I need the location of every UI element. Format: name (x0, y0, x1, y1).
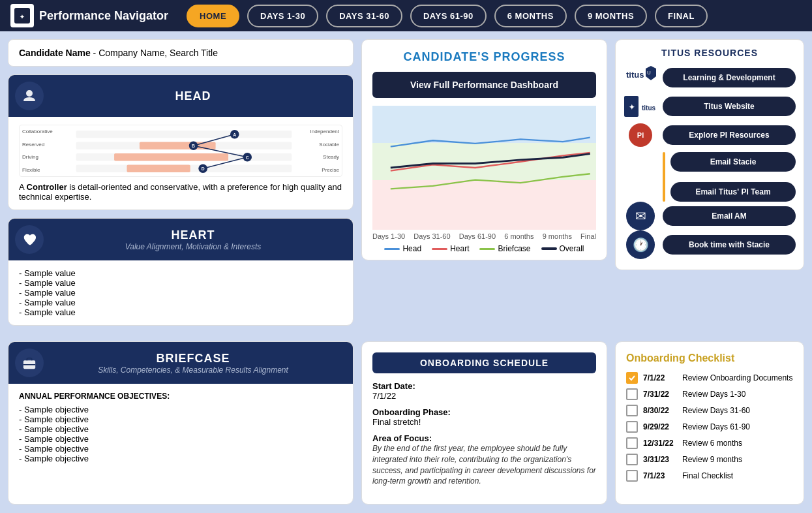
check-label-3: Review Days 61-90 (682, 422, 750, 431)
progress-chart-inner (372, 106, 596, 230)
briefcase-title-wrap: BRIEFCASE Skills, Competencies, & Measur… (44, 352, 342, 375)
email-pi-team-button[interactable]: Email Titus' PI Team (670, 182, 796, 202)
legend-overall: Overall (541, 244, 584, 253)
check-label-2: Review Days 31-60 (682, 406, 750, 415)
x-label-4: 9 months (543, 232, 572, 240)
chart-right-labels: Independent Sociable Steady Precise (310, 125, 340, 176)
checklist-row: 12/31/22Review 6 months (626, 437, 793, 449)
briefcase-body: ANNUAL PERFORMANCE OBJECTIVES: - Sample … (8, 384, 353, 471)
chart-x-labels: Days 1-30 Days 31-60 Days 61-90 6 months… (372, 230, 596, 240)
chart-label-reserved: Reserved (22, 142, 53, 148)
phase-value: Final stretch! (372, 417, 421, 427)
svg-text:C: C (246, 155, 249, 160)
svg-point-2 (26, 90, 33, 97)
legend-heart: Heart (432, 244, 469, 253)
heart-item-2: - Sample value (19, 278, 342, 288)
check-box-6[interactable] (626, 470, 638, 482)
heart-subtitle: Value Alignment, Motivation & Interests (44, 242, 342, 251)
clock-icon-wrap: 🕐 (624, 233, 657, 256)
legend-heart-label: Heart (450, 244, 469, 253)
learning-dev-button[interactable]: Learning & Development (663, 68, 796, 87)
chart-label-independent: Independent (310, 129, 340, 134)
resource-divider-group: Email Stacie Email Titus' PI Team (624, 152, 796, 202)
heart-section-header: HEART Value Alignment, Motivation & Inte… (8, 219, 353, 260)
yellow-bar (663, 152, 665, 202)
nav-days-31-60[interactable]: DAYS 31-60 (326, 5, 402, 27)
x-label-2: Days 61-90 (459, 232, 496, 240)
email-stacie-button[interactable]: Email Stacie (670, 152, 796, 172)
legend-overall-label: Overall (560, 244, 584, 253)
checklist-row: 7/1/23Final Checklist (626, 470, 793, 482)
heart-item-5: - Sample value (19, 307, 342, 317)
briefcase-section-card: BRIEFCASE Skills, Competencies, & Measur… (8, 341, 353, 505)
svg-rect-3 (76, 131, 292, 138)
check-box-2[interactable] (626, 405, 638, 416)
check-box-0[interactable] (626, 372, 638, 384)
heart-section-card: HEART Value Alignment, Motivation & Inte… (8, 218, 353, 326)
left-column: Candidate Name - Company Name, Search Ti… (8, 39, 353, 326)
checklist-row: 9/29/22Review Days 61-90 (626, 421, 793, 433)
briefcase-section-header: BRIEFCASE Skills, Competencies, & Measur… (8, 342, 353, 384)
main-layout: Candidate Name - Company Name, Search Ti… (0, 31, 812, 341)
checklist-rows: 7/1/22Review Onboarding Documents7/31/22… (626, 372, 793, 482)
resources-card: TITUS RESOURCES titus U Learning & Devel… (615, 39, 804, 270)
check-label-5: Review 9 months (682, 455, 742, 464)
progress-card: CANDIDATE'S PROGRESS View Full Performan… (361, 39, 607, 260)
x-label-3: 6 months (504, 232, 534, 240)
legend-head-line (384, 248, 400, 250)
nav-final[interactable]: FINAL (655, 5, 708, 27)
check-box-5[interactable] (626, 454, 638, 465)
checklist-card: Onboarding Checklist 7/1/22Review Onboar… (615, 341, 804, 505)
briefcase-item-1: - Sample objective (19, 405, 342, 414)
checklist-row: 3/31/23Review 9 months (626, 454, 793, 465)
legend-head-label: Head (402, 244, 421, 253)
chart-label-sociable: Sociable (310, 142, 340, 148)
check-box-3[interactable] (626, 421, 638, 433)
book-time-button[interactable]: Book time with Stacie (663, 235, 796, 255)
x-label-0: Days 1-30 (372, 232, 405, 240)
nav-home[interactable]: HOME (187, 5, 239, 27)
dashboard-button[interactable]: View Full Performance Dashboard (372, 72, 596, 98)
onboarding-title: ONBOARDING SCHEDULE (372, 352, 596, 373)
start-date-field: Start Date: 7/1/22 (372, 381, 596, 401)
legend-briefcase: Briefcase (479, 244, 530, 253)
briefcase-subtitle: Skills, Competencies, & Measurable Resul… (44, 365, 342, 375)
head-type-desc: is detail-oriented and conservative, wit… (19, 182, 342, 202)
nav-days-61-90[interactable]: DAYS 61-90 (410, 5, 487, 27)
legend-head: Head (384, 244, 421, 253)
check-label-0: Review Onboarding Documents (682, 373, 792, 382)
check-label-4: Review 6 months (682, 439, 742, 448)
check-label-1: Review Days 1-30 (682, 390, 745, 399)
resource-row-1: ✦ titus Titus Website (624, 95, 796, 118)
progress-title: CANDIDATE'S PROGRESS (372, 50, 596, 64)
right-column: TITUS RESOURCES titus U Learning & Devel… (615, 39, 804, 326)
titus-logo-icon: ✦ (10, 4, 34, 27)
chart-label-collaborative: Collaborative (22, 129, 53, 134)
svg-text:titus: titus (626, 70, 644, 80)
email-am-button[interactable]: Email AM (663, 206, 796, 226)
band-blue (372, 106, 596, 143)
svg-text:titus: titus (642, 104, 656, 112)
check-box-1[interactable] (626, 388, 638, 400)
chart-label-steady: Steady (310, 154, 340, 160)
nav-6-months[interactable]: 6 MONTHS (494, 5, 567, 27)
focus-field: Area of Focus: By the end of the first y… (372, 433, 596, 487)
check-date-1: 7/31/22 (643, 390, 677, 399)
check-box-4[interactable] (626, 437, 638, 449)
progress-chart-area: Days 1-30 Days 31-60 Days 61-90 6 months… (372, 106, 596, 249)
briefcase-item-4: - Sample objective (19, 434, 342, 444)
nav-days-1-30[interactable]: DAYS 1-30 (247, 5, 318, 27)
chart-legend: Head Heart Briefcase Overall (372, 244, 596, 253)
head-title-wrap: HEAD (44, 89, 342, 103)
chart-left-labels: Collaborative Reserved Driving Flexible (22, 125, 53, 176)
briefcase-item-3: - Sample objective (19, 424, 342, 434)
titus-website-button[interactable]: Titus Website (663, 97, 796, 116)
check-date-0: 7/1/22 (643, 373, 677, 382)
logo-area: ✦ Performance Navigator (10, 4, 168, 27)
nav-9-months[interactable]: 9 MONTHS (575, 5, 647, 27)
chart-label-driving: Driving (22, 154, 53, 160)
svg-text:D: D (202, 166, 205, 171)
explore-pi-button[interactable]: Explore PI Resources (663, 125, 796, 145)
focus-text: By the end of the first year, the employ… (372, 443, 596, 487)
head-body: Collaborative Reserved Driving Flexible … (8, 117, 353, 210)
